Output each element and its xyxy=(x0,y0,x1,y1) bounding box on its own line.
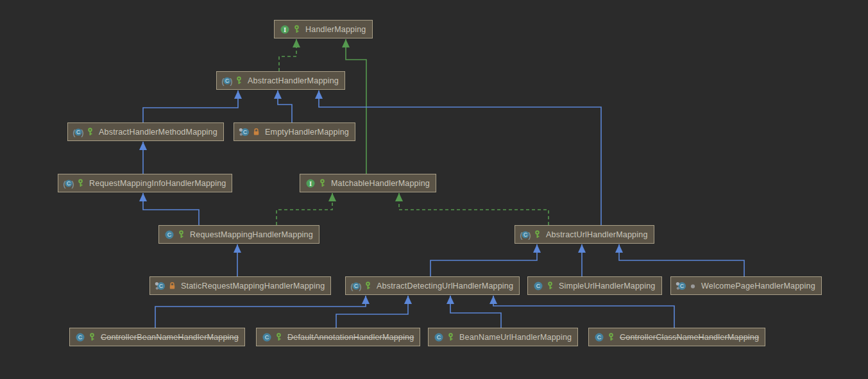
svg-text:C: C xyxy=(437,334,441,341)
abstract-class-icon: (C) xyxy=(221,76,233,86)
class-name-label: ControllerClassNameHandlerMapping xyxy=(620,333,759,342)
static-class-icon: C xyxy=(239,127,250,137)
class-icon: C xyxy=(532,281,544,291)
public-key-icon xyxy=(534,230,541,239)
svg-text:): ) xyxy=(72,179,74,188)
class-name-label: MatchableHandlerMapping xyxy=(331,179,430,188)
private-lock-icon xyxy=(253,128,260,136)
class-name-label: RequestMappingInfoHandlerMapping xyxy=(89,179,226,188)
public-key-icon xyxy=(364,282,371,290)
svg-text:C: C xyxy=(536,283,541,289)
svg-text:C: C xyxy=(159,283,163,289)
public-key-icon xyxy=(447,333,454,341)
svg-text:C: C xyxy=(523,232,527,238)
extends-edge-RequestMappingHandlerMapping-to-RequestMappingInfoHandlerMapping xyxy=(143,193,199,225)
svg-text:C: C xyxy=(243,129,247,135)
class-name-label: BeanNameUrlHandlerMapping xyxy=(459,333,572,342)
class-name-label: AbstractHandlerMethodMapping xyxy=(99,128,217,137)
extends-edge-AbstractHandlerMethodMapping-to-AbstractHandlerMapping xyxy=(143,90,238,122)
package-private-dot-icon xyxy=(690,282,696,290)
abstract-class-icon: (C) xyxy=(520,230,531,240)
class-node-WelcomePageHandlerMapping[interactable]: CWelcomePageHandlerMapping xyxy=(670,276,822,295)
class-node-AbstractHandlerMapping[interactable]: (C)AbstractHandlerMapping xyxy=(216,71,345,90)
class-icon: C xyxy=(74,332,86,342)
public-key-icon xyxy=(87,128,94,136)
extends-edge-AbstractUrlHandlerMapping-to-AbstractHandlerMapping xyxy=(319,90,601,225)
class-node-SimpleUrlHandlerMapping[interactable]: CSimpleUrlHandlerMapping xyxy=(527,276,662,295)
class-node-DefaultAnnotationHandlerMapping[interactable]: CDefaultAnnotationHandlerMapping xyxy=(256,328,420,346)
abstract-class-icon: (C) xyxy=(72,127,84,137)
class-name-label: RequestMappingHandlerMapping xyxy=(190,230,313,239)
class-node-AbstractDetectingUrlHandlerMapping[interactable]: (C)AbstractDetectingUrlHandlerMapping xyxy=(345,276,520,295)
public-key-icon xyxy=(293,25,300,33)
extends-edge-ControllerBeanNameHandlerMapping-to-AbstractDetectingUrlHandlerMapping xyxy=(155,296,366,328)
class-node-RequestMappingHandlerMapping[interactable]: CRequestMappingHandlerMapping xyxy=(158,225,319,244)
public-key-icon xyxy=(77,179,84,187)
class-node-BeanNameUrlHandlerMapping[interactable]: CBeanNameUrlHandlerMapping xyxy=(428,328,578,346)
class-node-MatchableHandlerMapping[interactable]: IMatchableHandlerMapping xyxy=(300,174,436,192)
public-key-icon xyxy=(608,333,615,341)
svg-text:C: C xyxy=(76,129,80,135)
extends-edge-WelcomePageHandlerMapping-to-AbstractUrlHandlerMapping xyxy=(619,244,744,276)
class-icon: C xyxy=(261,332,273,342)
class-node-ControllerClassNameHandlerMapping[interactable]: CControllerClassNameHandlerMapping xyxy=(588,328,765,346)
svg-text:): ) xyxy=(359,282,362,291)
svg-text:C: C xyxy=(225,78,229,84)
class-name-label: WelcomePageHandlerMapping xyxy=(701,282,815,291)
svg-text:C: C xyxy=(265,334,269,341)
class-node-AbstractHandlerMethodMapping[interactable]: (C)AbstractHandlerMethodMapping xyxy=(67,122,224,141)
public-key-icon xyxy=(235,76,243,85)
svg-text:I: I xyxy=(309,180,312,187)
class-name-label: AbstractUrlHandlerMapping xyxy=(546,230,648,239)
implements-edge-AbstractUrlHandlerMapping-to-MatchableHandlerMapping xyxy=(399,193,549,225)
svg-text:C: C xyxy=(167,232,172,238)
extends-edge-EmptyHandlerMapping-to-AbstractHandlerMapping xyxy=(278,90,292,122)
svg-text:): ) xyxy=(81,128,84,137)
extends-edge-ControllerClassNameHandlerMapping-to-AbstractDetectingUrlHandlerMapping xyxy=(493,296,674,328)
public-key-icon xyxy=(319,179,326,187)
extends-edge-DefaultAnnotationHandlerMapping-to-AbstractDetectingUrlHandlerMapping xyxy=(336,296,408,328)
public-key-icon xyxy=(89,333,96,341)
static-class-icon: C xyxy=(676,281,687,291)
class-icon: C xyxy=(164,230,175,240)
svg-text:): ) xyxy=(230,76,233,85)
svg-text:C: C xyxy=(78,334,83,341)
public-key-icon xyxy=(547,282,554,290)
svg-text:C: C xyxy=(597,334,602,341)
implements-edge-AbstractHandlerMapping-to-HandlerMapping xyxy=(279,39,296,71)
svg-text:I: I xyxy=(284,26,286,33)
class-node-RequestMappingInfoHandlerMapping[interactable]: (C)RequestMappingInfoHandlerMapping xyxy=(58,174,232,192)
abstract-class-icon: (C) xyxy=(350,281,362,291)
class-name-label: AbstractHandlerMapping xyxy=(248,76,339,85)
implements-edge-RequestMappingHandlerMapping-to-MatchableHandlerMapping xyxy=(277,193,332,225)
class-name-label: DefaultAnnotationHandlerMapping xyxy=(287,333,414,342)
svg-text:C: C xyxy=(67,180,71,187)
interface-icon: I xyxy=(279,24,291,35)
class-node-ControllerBeanNameHandlerMapping[interactable]: CControllerBeanNameHandlerMapping xyxy=(69,328,245,346)
class-name-label: HandlerMapping xyxy=(305,25,366,34)
class-name-label: EmptyHandlerMapping xyxy=(265,128,349,137)
svg-text:C: C xyxy=(680,283,684,289)
abstract-class-icon: (C) xyxy=(63,178,74,189)
class-node-EmptyHandlerMapping[interactable]: CEmptyHandlerMapping xyxy=(234,122,355,141)
extends-edge-MatchableHandlerMapping-to-HandlerMapping xyxy=(346,39,366,174)
class-name-label: StaticRequestMappingHandlerMapping xyxy=(181,282,325,291)
svg-text:): ) xyxy=(529,230,531,239)
class-name-label: AbstractDetectingUrlHandlerMapping xyxy=(377,282,513,291)
class-node-StaticRequestMappingHandlerMapping[interactable]: CStaticRequestMappingHandlerMapping xyxy=(149,276,331,295)
uml-diagram-canvas: IHandlerMapping(C)AbstractHandlerMapping… xyxy=(0,0,868,379)
class-name-label: ControllerBeanNameHandlerMapping xyxy=(101,333,239,342)
svg-text:C: C xyxy=(354,283,358,289)
public-key-icon xyxy=(275,333,282,341)
extends-edge-AbstractDetectingUrlHandlerMapping-to-AbstractUrlHandlerMapping xyxy=(430,244,537,276)
class-icon: C xyxy=(593,332,605,342)
interface-icon: I xyxy=(305,178,316,189)
class-name-label: SimpleUrlHandlerMapping xyxy=(559,282,656,291)
private-lock-icon xyxy=(169,282,176,290)
class-icon: C xyxy=(433,332,445,342)
class-node-HandlerMapping[interactable]: IHandlerMapping xyxy=(274,20,373,38)
public-key-icon xyxy=(178,230,185,239)
class-node-AbstractUrlHandlerMapping[interactable]: (C)AbstractUrlHandlerMapping xyxy=(515,225,654,244)
static-class-icon: C xyxy=(155,281,166,291)
